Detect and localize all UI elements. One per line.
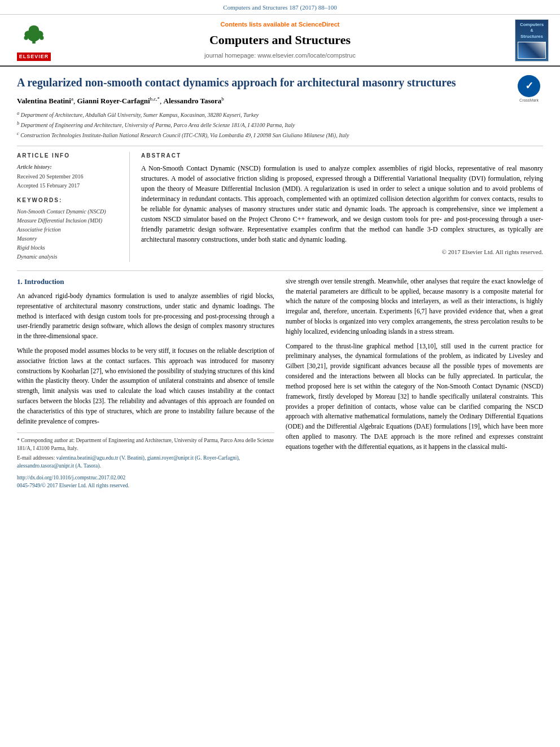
article-history-label: Article history: — [17, 163, 121, 171]
doi[interactable]: http://dx.doi.org/10.1016/j.compstruc.20… — [17, 474, 274, 482]
right-para-2: Compared to the thrust-line graphical me… — [286, 342, 543, 452]
right-para-1: sive strength over tensile strength. Mea… — [286, 277, 543, 337]
keyword-6: Dynamic analysis — [17, 253, 121, 261]
intro-para-1: An advanced rigid-body dynamics formulat… — [17, 291, 274, 342]
divider-2 — [17, 270, 543, 271]
abstract-heading: ABSTRACT — [141, 152, 543, 160]
crossmark-icon: ✓ — [518, 75, 540, 97]
accepted-date: Accepted 15 February 2017 — [17, 182, 121, 190]
keywords-heading: Keywords: — [17, 196, 121, 204]
keyword-3: Associative friction — [17, 226, 121, 234]
keyword-1: Non-Smooth Contact Dynamic (NSCD) — [17, 208, 121, 216]
journal-title: Computers and Structures — [204, 32, 356, 49]
sciencedirect-link[interactable]: Contents lists available at ScienceDirec… — [204, 20, 356, 29]
section-number: 1. — [17, 277, 23, 286]
footnote-emails: E-mail addresses: valentina.beatini@agu.… — [17, 454, 274, 470]
keywords-section: Keywords: Non-Smooth Contact Dynamic (NS… — [17, 196, 121, 261]
intro-body-text: An advanced rigid-body dynamics formulat… — [17, 291, 274, 427]
abstract-col: ABSTRACT A Non-Smooth Contact Dynamic (N… — [141, 152, 543, 262]
elsevier-tree-icon — [17, 25, 51, 45]
affiliation-a: a Department of Architecture, Abdullah G… — [17, 110, 543, 119]
journal-header: ELSEVIER Contents lists available at Sci… — [0, 15, 560, 67]
svg-point-6 — [40, 36, 43, 40]
article-title: A regularized non-smooth contact dynamic… — [17, 75, 504, 90]
author-1: Valentina Beatini — [17, 97, 71, 105]
article-info-heading: ARTICLE INFO — [17, 152, 121, 160]
article-info-abstract: ARTICLE INFO Article history: Received 2… — [17, 152, 543, 262]
section-name: Introduction — [24, 277, 64, 286]
issn: 0045-7949/© 2017 Elsevier Ltd. All right… — [17, 482, 274, 490]
keyword-2: Measure Differential Inclusion (MDI) — [17, 217, 121, 225]
body-col-right: sive strength over tensile strength. Mea… — [286, 277, 543, 490]
affiliation-b: b Department of Engineering and Architec… — [17, 120, 543, 129]
article-info-col: ARTICLE INFO Article history: Received 2… — [17, 152, 130, 262]
journal-header-center: Contents lists available at ScienceDirec… — [204, 20, 356, 60]
abstract-paragraph: A Non-Smooth Contact Dynamic (NSCD) form… — [141, 163, 543, 244]
received-date: Received 20 September 2016 — [17, 173, 121, 181]
right-col-text: sive strength over tensile strength. Mea… — [286, 277, 543, 452]
author-2: Gianni Royer-Carfagni — [77, 97, 150, 105]
sd-prefix: Contents lists available at — [221, 21, 297, 28]
journal-citation: Computers and Structures 187 (2017) 88–1… — [223, 4, 336, 11]
affiliations: a Department of Architecture, Abdullah G… — [17, 110, 543, 140]
elsevier-logo-section: ELSEVIER — [11, 19, 56, 61]
doi-links: http://dx.doi.org/10.1016/j.compstruc.20… — [17, 474, 274, 490]
footnote-corresponding: * Corresponding author at: Department of… — [17, 436, 274, 453]
divider-1 — [17, 146, 543, 146]
journal-cover: Computers & Structures — [515, 19, 549, 62]
cover-title: Computers & Structures — [518, 21, 546, 59]
article-content: A regularized non-smooth contact dynamic… — [0, 67, 560, 512]
journal-homepage: journal homepage: www.elsevier.com/locat… — [204, 51, 356, 60]
authors-line: Valentina Beatinia, Gianni Royer-Carfagn… — [17, 95, 543, 107]
elsevier-brand-text: ELSEVIER — [17, 53, 51, 61]
body-col-left: 1. Introduction An advanced rigid-body d… — [17, 277, 274, 490]
journal-bar: Computers and Structures 187 (2017) 88–1… — [0, 0, 560, 15]
elsevier-logo — [11, 19, 56, 50]
crossmark-label: CrossMark — [519, 98, 539, 103]
footnote-area: * Corresponding author at: Department of… — [17, 433, 274, 490]
sciencedirect-name: ScienceDirect — [299, 21, 340, 28]
crossmark-badge[interactable]: ✓ CrossMark — [515, 75, 543, 103]
keyword-5: Rigid blocks — [17, 244, 121, 252]
abstract-text: A Non-Smooth Contact Dynamic (NSCD) form… — [141, 163, 543, 244]
affiliation-c: c Construction Technologies Institute-It… — [17, 130, 543, 139]
copyright-line: © 2017 Elsevier Ltd. All rights reserved… — [141, 248, 543, 256]
article-body: 1. Introduction An advanced rigid-body d… — [17, 277, 543, 501]
keyword-4: Masonry — [17, 235, 121, 243]
email-label: E-mail addresses: — [17, 455, 55, 461]
intro-section-title: 1. Introduction — [17, 277, 274, 287]
intro-para-2: While the proposed model assumes blocks … — [17, 346, 274, 427]
svg-point-4 — [29, 25, 39, 35]
journal-cover-image: Computers & Structures — [515, 19, 549, 62]
author-3: Alessandro Tasora — [164, 97, 222, 105]
article-title-section: A regularized non-smooth contact dynamic… — [17, 75, 543, 90]
svg-point-5 — [24, 36, 28, 40]
